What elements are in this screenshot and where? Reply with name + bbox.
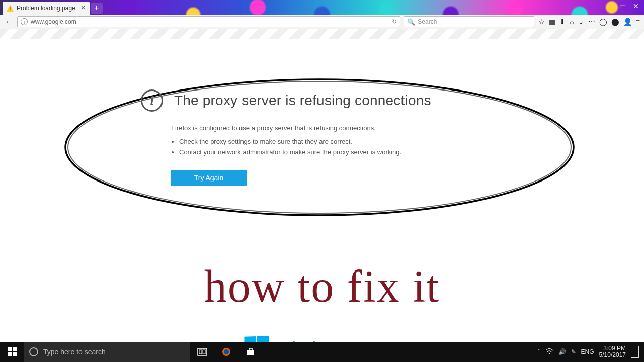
shield-icon[interactable]: ◯ — [599, 18, 607, 26]
tray-language[interactable]: ENG — [581, 348, 594, 355]
search-bar[interactable]: 🔍 Search — [404, 16, 534, 27]
minimize-button[interactable]: – — [608, 2, 612, 10]
overflow-icon[interactable]: ⋯ — [588, 18, 595, 26]
error-bullet: Contact your network administrator to ma… — [179, 148, 483, 156]
svg-rect-3 — [199, 350, 202, 354]
firefox-titlebar: ! Problem loading page ✕ + – ▭ ✕ ← i www… — [0, 0, 644, 24]
star-icon[interactable]: ☆ — [538, 18, 545, 26]
how-to-fix-title: how to fix it — [0, 260, 644, 312]
profile-icon[interactable]: 👤 — [623, 18, 632, 26]
search-icon: 🔍 — [407, 18, 415, 26]
url-text: www.google.com — [31, 18, 76, 25]
system-tray: ˄ 🔊 ✎ ENG 3:09 PM 5/10/2017 — [532, 345, 644, 358]
url-bar[interactable]: i www.google.com ↻ — [17, 16, 400, 27]
toolbar-icons: ☆ ▥ ⬇ ⌂ ⌄ ⋯ ◯ ⬤ 👤 ≡ — [537, 18, 641, 26]
notification-icon[interactable]: ⬤ — [611, 18, 619, 26]
tray-wifi-icon[interactable] — [545, 348, 553, 356]
site-info-icon[interactable]: i — [21, 18, 28, 25]
info-icon: i — [141, 89, 163, 112]
decorative-stripe — [0, 29, 644, 39]
svg-point-8 — [548, 352, 550, 354]
window-controls: – ▭ ✕ — [608, 2, 639, 10]
library-icon[interactable]: ▥ — [549, 18, 555, 26]
maximize-button[interactable]: ▭ — [619, 2, 626, 10]
cortana-icon — [29, 347, 38, 356]
try-again-button[interactable]: Try Again — [171, 170, 247, 186]
tab-strip: ! Problem loading page ✕ + — [3, 2, 103, 15]
page-body: i The proxy server is refusing connectio… — [0, 39, 644, 342]
error-card: i The proxy server is refusing connectio… — [171, 89, 483, 186]
nav-toolbar: ← i www.google.com ↻ 🔍 Search ☆ ▥ ⬇ ⌂ ⌄ … — [0, 15, 644, 29]
tray-volume-icon[interactable]: 🔊 — [558, 348, 566, 355]
error-suggestions: Check the proxy settings to make sure th… — [171, 138, 483, 156]
start-button[interactable] — [0, 342, 24, 362]
taskbar-store-icon[interactable] — [238, 342, 263, 362]
cortana-search[interactable]: Type here to search — [24, 342, 190, 362]
reload-button[interactable]: ↻ — [392, 18, 397, 25]
hamburger-menu-icon[interactable]: ≡ — [636, 18, 640, 26]
task-view-button[interactable] — [190, 342, 214, 362]
search-placeholder: Search — [418, 18, 437, 25]
windows-start-icon — [8, 347, 17, 356]
new-tab-button[interactable]: + — [91, 3, 103, 14]
pocket-icon[interactable]: ⌄ — [578, 18, 584, 26]
download-icon[interactable]: ⬇ — [559, 18, 566, 26]
tab-close-icon[interactable]: ✕ — [80, 4, 86, 11]
svg-point-6 — [224, 349, 229, 354]
svg-rect-7 — [247, 350, 254, 355]
warning-icon: ! — [7, 5, 14, 12]
error-bullet: Check the proxy settings to make sure th… — [179, 138, 483, 145]
error-description: Firefox is configured to use a proxy ser… — [171, 124, 483, 132]
tray-date: 5/10/2017 — [599, 352, 626, 358]
svg-rect-4 — [203, 350, 205, 354]
tab-problem-loading[interactable]: ! Problem loading page ✕ — [3, 2, 90, 15]
back-button[interactable]: ← — [3, 18, 14, 26]
taskbar-firefox-icon[interactable] — [214, 342, 238, 362]
cortana-placeholder: Type here to search — [43, 348, 106, 356]
tab-title: Problem loading page — [17, 5, 75, 12]
action-center-button[interactable] — [631, 346, 639, 358]
tray-pen-icon[interactable]: ✎ — [571, 348, 576, 355]
windows-taskbar: Type here to search ˄ 🔊 ✎ ENG 3:09 PM 5/… — [0, 342, 644, 362]
close-window-button[interactable]: ✕ — [633, 2, 639, 10]
task-icons — [190, 342, 263, 362]
home-icon[interactable]: ⌂ — [570, 18, 574, 26]
tray-clock[interactable]: 3:09 PM 5/10/2017 — [599, 345, 626, 358]
error-title: The proxy server is refusing connections — [174, 93, 431, 109]
tray-up-icon[interactable]: ˄ — [537, 348, 540, 355]
